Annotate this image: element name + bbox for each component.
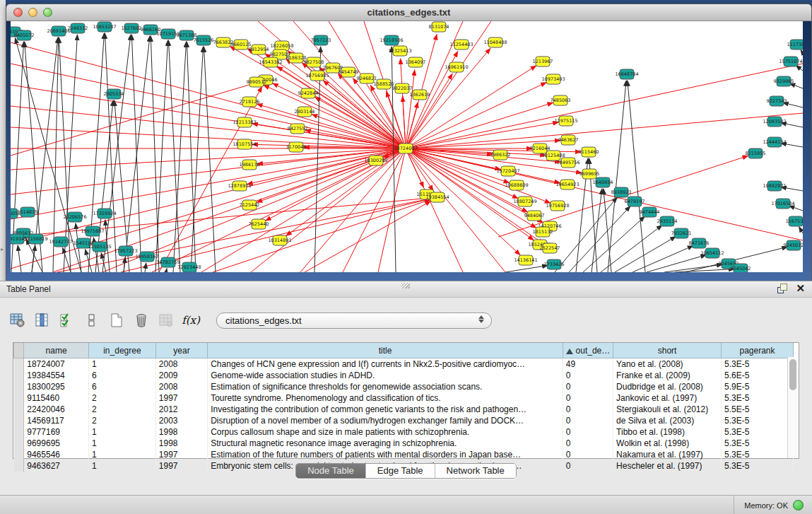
table-cell[interactable]: 1998 [155, 438, 207, 449]
table-cell[interactable]: 5.3E-5 [722, 426, 794, 438]
citation-network-graph[interactable]: 1943575940557220691406224831210653287152… [11, 21, 803, 272]
scrollbar-thumb[interactable] [789, 359, 796, 390]
graph-edge[interactable] [247, 148, 406, 185]
table-cell[interactable]: 2 [89, 404, 156, 415]
table-cell[interactable]: 1998 [155, 426, 207, 438]
graph-node[interactable]: 12444134 [763, 137, 786, 147]
table-cell[interactable]: 2008 [155, 358, 207, 370]
table-cell[interactable]: 1 [89, 358, 156, 370]
graph-node[interactable]: 10688609 [505, 180, 528, 190]
table-cell[interactable]: Structural magnetic resonance image aver… [208, 438, 563, 449]
graph-edge[interactable] [583, 216, 645, 272]
graph-edge[interactable] [505, 265, 548, 272]
graph-node[interactable]: 1514835 [18, 207, 38, 217]
select-all-button[interactable] [58, 311, 76, 329]
graph-node[interactable]: 1167534 [786, 216, 803, 226]
graph-edge[interactable] [277, 66, 406, 148]
table-cell[interactable]: 14569117 [24, 415, 89, 426]
table-row[interactable]: 977716911998Corpus callosum shape and si… [14, 426, 794, 438]
close-panel-icon[interactable]: ✕ [796, 284, 805, 293]
table-scrollbar[interactable] [787, 357, 799, 458]
column-header-in_degree[interactable]: in_degree [89, 343, 156, 358]
table-row[interactable]: 969969511998Structural magnetic resonanc… [14, 438, 794, 449]
graph-node[interactable]: 17359924 [93, 209, 116, 218]
graph-node[interactable]: 19975887 [81, 226, 104, 236]
graph-node[interactable]: 11048408 [483, 37, 507, 47]
table-cell[interactable]: Estimation of the future numbers of pati… [208, 449, 563, 460]
panel-collapse-handle[interactable]: ▸ [1, 246, 4, 252]
table-cell[interactable]: 6 [89, 381, 156, 392]
graph-node[interactable]: 1733426 [544, 259, 565, 269]
table-row[interactable]: 1938455462009Genome-wide association stu… [14, 370, 794, 381]
graph-node[interactable]: 16648784 [615, 69, 638, 79]
column-header-short[interactable]: short [613, 343, 722, 358]
column-header-out_de[interactable]: out_de… [563, 343, 613, 358]
column-header-name[interactable]: name [24, 343, 89, 358]
table-cell[interactable]: Stergiakouli et al. (2012) [613, 404, 722, 415]
graph-node[interactable]: 1117305 [787, 40, 803, 49]
graph-node[interactable]: 17016504 [771, 199, 794, 209]
graph-node[interactable]: 15720407 [496, 166, 519, 176]
graph-edge[interactable] [124, 36, 150, 272]
graph-node[interactable]: 7625440 [249, 219, 269, 229]
graph-edge[interactable] [801, 49, 803, 53]
tab-edge-table[interactable]: Edge Table [366, 464, 435, 478]
graph-edge[interactable] [187, 42, 196, 272]
table-cell[interactable]: 5.3E-5 [722, 415, 794, 426]
table-row[interactable]: 911546021997Tourette syndrome. Phenomeno… [14, 392, 794, 404]
table-cell[interactable]: 0 [563, 449, 613, 460]
graph-node[interactable]: 15751074 [779, 57, 802, 66]
graph-node[interactable]: 19958167 [135, 252, 158, 262]
table-panel-header[interactable]: Table Panel ✕ [0, 281, 812, 298]
graph-node[interactable]: 2805334 [104, 89, 124, 99]
graph-node[interactable]: 7615526 [194, 35, 214, 45]
table-cell[interactable]: 0 [563, 381, 613, 392]
graph-node[interactable]: 1364097 [406, 57, 426, 67]
graph-node[interactable]: 1640954 [593, 177, 613, 187]
table-cell[interactable]: 1 [89, 449, 156, 460]
delete-button[interactable] [132, 311, 151, 329]
table-cell[interactable]: 9115460 [24, 392, 89, 404]
graph-node[interactable]: 1986176 [240, 160, 260, 170]
graph-edge[interactable] [632, 246, 693, 272]
graph-node[interactable]: 16543382 [259, 57, 282, 67]
table-cell[interactable]: 0 [563, 370, 613, 381]
graph-node[interactable]: 7932621 [671, 228, 692, 238]
table-cell[interactable]: Dudbridge et al. (2008) [613, 381, 722, 392]
column-header-title[interactable]: title [208, 343, 563, 358]
table-cell[interactable]: 2009 [155, 370, 207, 381]
graph-node[interactable]: 9890512 [247, 77, 267, 87]
graph-node[interactable]: 3170046 [286, 142, 307, 152]
graph-edge[interactable] [124, 257, 125, 272]
table-cell[interactable]: 1997 [155, 449, 207, 460]
table-cell[interactable]: 1997 [155, 392, 207, 404]
graph-edge[interactable] [569, 206, 630, 272]
graph-node[interactable]: 9474444 [640, 207, 660, 217]
graph-node[interactable]: 14136141 [514, 255, 537, 265]
graph-node[interactable]: 9245042 [731, 264, 751, 272]
table-cell[interactable]: 5.6E-5 [722, 370, 794, 381]
graph-node[interactable]: 9405572 [14, 30, 35, 40]
table-cell[interactable]: 2012 [155, 404, 207, 415]
table-cell[interactable]: Corpus callosum shape and size in male p… [208, 426, 563, 438]
table-cell[interactable]: 2008 [155, 381, 207, 392]
graph-node[interactable]: 19892871 [763, 181, 786, 191]
graph-node[interactable]: 7485063 [551, 95, 571, 105]
graph-node[interactable]: 9827508 [304, 57, 324, 67]
rows-button[interactable] [83, 311, 101, 329]
table-cell[interactable]: Tourette syndrome. Phenomenology and cla… [208, 392, 563, 404]
table-cell[interactable]: 2 [89, 392, 156, 404]
graph-edge[interactable] [406, 21, 463, 148]
graph-edge[interactable] [628, 81, 645, 272]
table-cell[interactable]: 5.9E-5 [722, 381, 794, 392]
graph-node[interactable]: 8471676 [689, 238, 710, 248]
table-row[interactable]: 1456911722003Disruption of a novel membe… [14, 415, 794, 426]
table-cell[interactable]: 49 [563, 358, 613, 370]
table-cell[interactable]: Wolkin et al. (1998) [613, 438, 722, 449]
table-cell[interactable]: 5.3E-5 [722, 392, 794, 404]
column-header-year[interactable]: year [155, 343, 207, 358]
graph-node[interactable]: 2803144 [295, 107, 315, 117]
graph-node[interactable]: 12093582 [763, 117, 786, 127]
table-cell[interactable]: 0 [563, 426, 613, 438]
graph-node[interactable]: 6479197 [625, 197, 645, 206]
